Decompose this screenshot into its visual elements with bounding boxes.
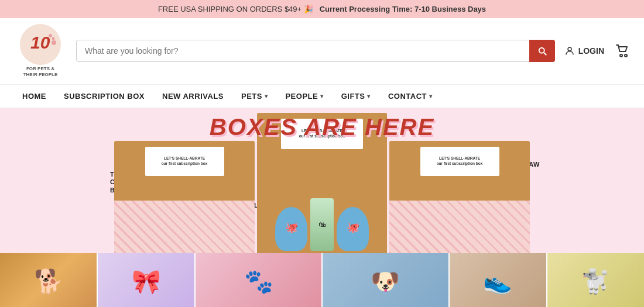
svg-point-2 xyxy=(49,34,52,37)
svg-point-4 xyxy=(52,40,56,45)
nav-item-pets[interactable]: PETS ▾ xyxy=(233,85,276,108)
search-input[interactable] xyxy=(76,40,555,62)
outlaw-box-label: LET'S SHELL-ABRATEour first subscription… xyxy=(420,147,499,176)
nav-item-subscription[interactable]: SUBSCRIPTION BOX xyxy=(56,85,153,108)
cowboy-box-label: LET'S SHELL-ABRATEour first subscription… xyxy=(145,147,224,176)
chevron-down-icon: ▾ xyxy=(367,93,371,99)
cart-icon xyxy=(616,44,630,57)
processing-time: Current Processing Time: 7-10 Business D… xyxy=(320,5,486,13)
logo-circle: 10 xyxy=(20,24,61,65)
nav-item-people[interactable]: PEOPLE ▾ xyxy=(277,85,331,108)
announcement-bar: FREE USA SHIPPING ON ORDERS $49+ 🎉 Curre… xyxy=(0,0,644,18)
chevron-down-icon: ▾ xyxy=(265,93,268,99)
search-button[interactable] xyxy=(529,40,555,62)
product-cell-3[interactable]: 🐾 xyxy=(196,253,321,307)
chevron-down-icon: ▾ xyxy=(429,93,433,99)
cowboy-box: LET'S SHELL-ABRATEour first subscription… xyxy=(114,141,255,253)
header-actions: LOGIN xyxy=(564,44,630,57)
logo[interactable]: 10 FOR PETS & THEIR PEOPLE xyxy=(14,24,67,78)
svg-point-6 xyxy=(620,54,622,57)
product-img-3: 🐾 xyxy=(244,268,273,295)
product-cell-6[interactable]: 🐩 xyxy=(547,253,644,307)
announcement-text: FREE USA SHIPPING ON ORDERS $49+ 🎉 Curre… xyxy=(158,5,486,13)
product-grid: 🐕 🎀 🐾 🐶 👟 🐩 xyxy=(0,253,644,307)
product-img-2: 🎀 xyxy=(132,268,161,295)
product-img-1: 🐕 xyxy=(34,268,63,295)
search-icon xyxy=(537,46,547,56)
product-img-6: 🐩 xyxy=(581,268,610,295)
navigation: HOME SUBSCRIPTION BOX NEW ARRIVALS PETS … xyxy=(0,85,644,108)
product-img-5: 👟 xyxy=(483,268,512,295)
search-area xyxy=(76,40,555,62)
chevron-down-icon: ▾ xyxy=(320,93,324,99)
product-cell-4[interactable]: 🐶 xyxy=(323,253,448,307)
svg-text:10: 10 xyxy=(30,33,50,52)
hero-title: BOXES ARE HERE xyxy=(210,114,434,140)
product-cell-5[interactable]: 👟 xyxy=(450,253,546,307)
hero-content: BOXES ARE HERE LET'S SHELL-ABRATEour fir… xyxy=(94,108,550,253)
logo-svg: 10 xyxy=(20,24,61,65)
header: 10 FOR PETS & THEIR PEOPLE LO xyxy=(0,18,644,85)
user-icon xyxy=(564,46,575,56)
hero-banner: BOXES ARE HERE LET'S SHELL-ABRATEour fir… xyxy=(0,108,644,253)
outlaw-box: LET'S SHELL-ABRATEour first subscription… xyxy=(389,141,530,253)
nav-item-home[interactable]: HOME xyxy=(14,85,54,108)
nav-item-contact[interactable]: CONTACT ▾ xyxy=(380,85,441,108)
nav-item-new-arrivals[interactable]: NEW ARRIVALS xyxy=(154,85,232,108)
login-label: LOGIN xyxy=(578,46,604,56)
product-cell-1[interactable]: 🐕 xyxy=(0,253,97,307)
product-img-4: 🐶 xyxy=(371,268,400,295)
cart-button[interactable] xyxy=(616,44,630,57)
svg-point-3 xyxy=(52,37,55,40)
svg-point-5 xyxy=(568,47,571,51)
nav-item-gifts[interactable]: GIFTS ▾ xyxy=(333,85,379,108)
product-cell-2[interactable]: 🎀 xyxy=(98,253,194,307)
login-button[interactable]: LOGIN xyxy=(564,46,604,56)
svg-point-7 xyxy=(625,54,627,57)
logo-tagline: FOR PETS & THEIR PEOPLE xyxy=(23,66,58,78)
